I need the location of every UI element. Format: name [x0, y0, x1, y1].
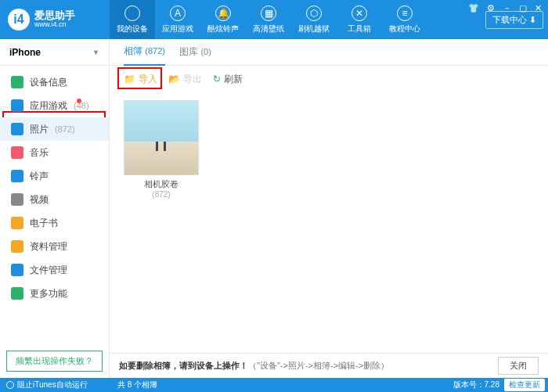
- sidebar-item-8[interactable]: 文件管理: [0, 258, 109, 282]
- refresh-button[interactable]: ↻刷新: [213, 73, 243, 86]
- sidebar-item-0[interactable]: 设备信息: [0, 70, 109, 94]
- logo-icon: i4: [8, 9, 30, 31]
- highlight-box-import: [117, 67, 162, 89]
- skin-icon[interactable]: 👕: [468, 3, 479, 13]
- sidebar-icon: [11, 193, 23, 206]
- sidebar-item-4[interactable]: 铃声: [0, 164, 109, 188]
- sidebar-icon: [11, 76, 23, 88]
- toggle-circle-icon: [6, 381, 14, 389]
- apple-icon: [124, 5, 140, 21]
- app-url: www.i4.cn: [34, 21, 75, 29]
- apps-icon: A: [170, 5, 186, 21]
- sidebar-item-5[interactable]: 视频: [0, 188, 109, 211]
- sidebar-icon: [11, 240, 23, 253]
- nav-book[interactable]: ≡教程中心: [382, 0, 427, 39]
- tab-0[interactable]: 相簿 (872): [124, 45, 165, 66]
- operation-fail-help-button[interactable]: 频繁出现操作失败？: [6, 351, 103, 372]
- sidebar-item-1[interactable]: 应用游戏 (48): [0, 94, 109, 117]
- nav-box[interactable]: ⬡刷机越狱: [291, 0, 337, 39]
- album-thumbnail: [124, 100, 199, 175]
- app-logo: i4 爱思助手 www.i4.cn: [0, 9, 110, 31]
- folder-out-icon: 📂: [168, 74, 180, 85]
- box-icon: ⬡: [306, 5, 322, 21]
- sidebar-item-2[interactable]: 照片 (872): [0, 117, 109, 141]
- minimize-icon[interactable]: －: [503, 2, 511, 14]
- nav-apple[interactable]: 我的设备: [110, 0, 155, 39]
- nav-apps[interactable]: A应用游戏: [155, 0, 200, 39]
- sidebar-item-9[interactable]: 更多功能: [0, 282, 109, 305]
- download-icon: ⬇: [529, 15, 536, 25]
- maximize-icon[interactable]: ▢: [519, 3, 527, 13]
- nav-image[interactable]: ▦高清壁纸: [246, 0, 291, 39]
- block-itunes-toggle[interactable]: 阻止iTunes自动运行: [0, 379, 110, 390]
- book-icon: ≡: [397, 5, 413, 21]
- settings-icon[interactable]: ⚙: [487, 3, 495, 13]
- sidebar-icon: [11, 123, 23, 135]
- chevron-down-icon: ▼: [92, 49, 99, 56]
- refresh-icon: ↻: [213, 74, 221, 85]
- nav-bell[interactable]: 🔔酷炫铃声: [200, 0, 246, 39]
- device-selector[interactable]: iPhone ▼: [0, 39, 109, 66]
- album-camera-roll[interactable]: 相机胶卷 (872): [124, 100, 199, 199]
- album-name: 相机胶卷: [124, 178, 199, 190]
- delete-hint-text: 如要删除相簿，请到设备上操作！（"设备"->照片->相簿->编辑->删除）: [119, 360, 389, 372]
- sidebar-icon: [11, 99, 23, 112]
- album-count-status: 共 8 个相簿: [110, 379, 453, 390]
- sidebar-item-7[interactable]: 资料管理: [0, 235, 109, 258]
- tab-1[interactable]: 图库 (0): [179, 45, 211, 65]
- tools-icon: ✕: [352, 5, 367, 21]
- bell-icon: 🔔: [215, 5, 231, 21]
- sidebar-item-6[interactable]: 电子书: [0, 211, 109, 235]
- nav-tools[interactable]: ✕工具箱: [337, 0, 382, 39]
- sidebar-icon: [11, 264, 23, 276]
- sidebar-icon: [11, 287, 23, 300]
- sidebar-icon: [11, 217, 23, 229]
- check-update-button[interactable]: 检查更新: [504, 379, 545, 391]
- notification-badge: [77, 99, 81, 103]
- image-icon: ▦: [261, 5, 276, 21]
- album-count: (872): [124, 190, 199, 199]
- app-title: 爱思助手: [34, 10, 75, 21]
- hint-close-button[interactable]: 关闭: [498, 357, 539, 375]
- export-button[interactable]: 📂导出: [168, 73, 202, 86]
- version-text: 版本号：7.28: [453, 379, 499, 390]
- sidebar-item-3[interactable]: 音乐: [0, 141, 109, 164]
- sidebar-icon: [11, 170, 23, 182]
- window-controls: 👕 ⚙ － ▢ ✕: [468, 2, 542, 14]
- close-icon[interactable]: ✕: [535, 3, 542, 13]
- sidebar-icon: [11, 146, 23, 159]
